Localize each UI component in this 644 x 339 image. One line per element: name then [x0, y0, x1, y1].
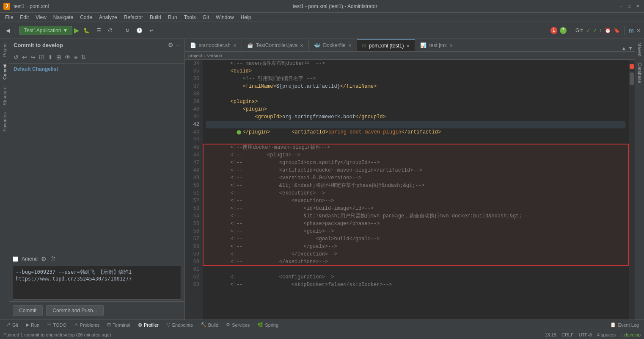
tab-label-dockerfile: Dockerfile: [323, 42, 345, 48]
sidebar-item-favorites[interactable]: Favorites: [1, 109, 8, 135]
amend-settings-icon[interactable]: ⚙: [41, 256, 47, 262]
undo-btn[interactable]: ↩: [147, 26, 156, 35]
bottom-services-btn[interactable]: ⚙ Services: [223, 321, 253, 328]
menu-code[interactable]: Code: [77, 13, 96, 22]
menu-help[interactable]: Help: [237, 13, 255, 22]
sidebar-item-project[interactable]: Project: [1, 39, 8, 60]
services-icon: ⚙: [226, 322, 230, 328]
sidebar-item-database[interactable]: Database: [636, 60, 643, 86]
sidebar-item-commit[interactable]: Commit: [1, 60, 8, 83]
scroll-tabs-down[interactable]: ▼: [628, 45, 633, 51]
profiler-label: Profiler: [144, 322, 159, 328]
bottom-endpoints-btn[interactable]: ⬡ Endpoints: [163, 321, 196, 328]
breadcrumb-project[interactable]: project: [188, 53, 202, 58]
code-line-50: <!-- &lt;!&ndash;将插件绑定在某个phase执行&ndash;&…: [206, 182, 625, 189]
intellij-close[interactable]: ✕: [636, 28, 641, 33]
refresh-tool-btn[interactable]: ↺: [13, 53, 19, 61]
bottom-profiler-btn[interactable]: ◎ Profiler: [135, 321, 162, 328]
bottom-git-btn[interactable]: ⎇ Git: [2, 321, 22, 328]
menu-run[interactable]: Run: [165, 13, 181, 22]
commit-and-push-button[interactable]: Commit and Push...: [46, 305, 103, 316]
code-line-44: [206, 136, 625, 144]
tab-close-pom[interactable]: ✕: [406, 44, 410, 48]
line-num-54: 54: [185, 212, 203, 220]
filter-tool-btn[interactable]: ⇅: [80, 53, 87, 61]
menu-tools[interactable]: Tools: [181, 13, 199, 22]
tab-pom[interactable]: m pom.xml (test1) ✕: [357, 39, 416, 51]
menu-view[interactable]: View: [32, 13, 50, 22]
maximize-button[interactable]: □: [626, 3, 632, 9]
tab-close-startdocker[interactable]: ✕: [233, 43, 237, 48]
history-btn[interactable]: 🕐: [134, 26, 145, 35]
sidebar-item-maven[interactable]: Maven: [636, 39, 643, 60]
tab-dockerfile[interactable]: 🐳 Dockerfile ✕: [309, 39, 357, 51]
menu-edit[interactable]: Edit: [17, 13, 32, 22]
sort-tool-btn[interactable]: ≡: [73, 53, 78, 61]
amend-history-icon[interactable]: ⏱: [50, 256, 56, 262]
menu-file[interactable]: File: [2, 13, 17, 22]
sync-btn[interactable]: ↻: [123, 26, 132, 35]
bottom-todo-btn[interactable]: ☰ TODO: [44, 321, 70, 328]
window-controls: ─ □ ✕: [618, 3, 641, 9]
breadcrumb-version[interactable]: version: [207, 53, 222, 58]
git-pull-icon[interactable]: ⏰: [605, 28, 611, 33]
sidebar-item-structure[interactable]: Structure: [1, 83, 8, 109]
debug-button[interactable]: 🐛: [81, 26, 92, 35]
menu-build[interactable]: Build: [146, 13, 165, 22]
editor-area: 📄 startdocker.sh ✕ ☕ TestController.java…: [185, 39, 635, 320]
upload-tool-btn[interactable]: ⬆: [47, 53, 54, 61]
undo-tool-btn[interactable]: ↩: [21, 53, 28, 61]
charset[interactable]: UTF-8: [579, 332, 592, 337]
line-endings[interactable]: CRLF: [561, 332, 574, 337]
tab-testjmx[interactable]: 📊 test.jmx ✕: [415, 39, 458, 51]
git-bookmark-icon[interactable]: 🔖: [614, 28, 620, 33]
tab-label-testcontroller: TestController.java: [256, 42, 298, 48]
commit-button[interactable]: Commit: [13, 305, 43, 316]
checkin-tool-btn[interactable]: ☑: [38, 53, 45, 61]
line-num-44: 44: [185, 136, 203, 144]
menu-window[interactable]: Window: [212, 13, 237, 22]
menu-refactor[interactable]: Refactor: [121, 13, 146, 22]
collapse-icon[interactable]: ─: [176, 42, 180, 48]
line-num-35: 35: [185, 67, 203, 75]
commit-panel-title: Commit to develop: [14, 42, 63, 48]
code-editor[interactable]: 34 35 36 37 38 39 40 41 42 43 44 45 46 4…: [185, 60, 635, 320]
toolbar-back-btn[interactable]: ◀: [3, 26, 12, 35]
grid-tool-btn[interactable]: ⊞: [55, 53, 62, 61]
git-label: Git:: [575, 28, 583, 33]
scroll-tabs-up[interactable]: ▲: [621, 45, 626, 51]
bottom-terminal-btn[interactable]: ⊞ Terminal: [104, 321, 134, 328]
scrollbar-thumb[interactable]: [630, 72, 634, 85]
tab-startdocker[interactable]: 📄 startdocker.sh ✕: [185, 39, 242, 51]
menu-navigate[interactable]: Navigate: [50, 13, 77, 22]
close-button[interactable]: ✕: [635, 3, 641, 9]
redo-tool-btn[interactable]: ↪: [30, 53, 36, 61]
minimize-button[interactable]: ─: [618, 3, 624, 9]
profile-button[interactable]: ⏱: [105, 26, 116, 35]
menu-git[interactable]: Git: [199, 13, 212, 22]
tab-close-dockerfile[interactable]: ✕: [348, 43, 352, 48]
tab-close-testjmx[interactable]: ✕: [449, 43, 453, 48]
bottom-run-btn[interactable]: ▶ Run: [22, 321, 43, 328]
settings-icon[interactable]: ⚙: [168, 42, 173, 48]
tab-testcontroller[interactable]: ☕ TestController.java ✕: [242, 39, 309, 51]
menu-analyze[interactable]: Analyze: [96, 13, 121, 22]
eye-tool-btn[interactable]: 👁: [64, 53, 72, 61]
bottom-problems-btn[interactable]: ⚠ Problems: [71, 321, 103, 328]
bottom-spring-btn[interactable]: 🌿 Spring: [254, 321, 282, 328]
git-push-icon[interactable]: ↑: [600, 28, 602, 33]
run-button[interactable]: ▶: [74, 26, 79, 34]
amend-checkbox[interactable]: [13, 256, 18, 262]
coverage-button[interactable]: ☰: [94, 26, 104, 35]
line-position[interactable]: 13:15: [545, 332, 556, 337]
app-run-button[interactable]: Test1Application ▼: [19, 26, 72, 35]
scrollbar-track[interactable]: [629, 60, 635, 320]
indent-info[interactable]: 4 spaces: [597, 332, 616, 337]
git-branch[interactable]: ↓ develop: [621, 332, 641, 337]
build-icon: 🔨: [201, 322, 206, 328]
commit-message-input[interactable]: --bug=1009237 --user=韩建飞 【示例】缺陷1 https:/…: [13, 266, 181, 300]
bottom-build-btn[interactable]: 🔨 Build: [197, 321, 222, 328]
tab-close-testcontroller[interactable]: ✕: [300, 43, 303, 48]
bottom-eventlog-btn[interactable]: 📋 Event Log: [607, 321, 642, 328]
line-num-57: 57: [185, 235, 203, 243]
